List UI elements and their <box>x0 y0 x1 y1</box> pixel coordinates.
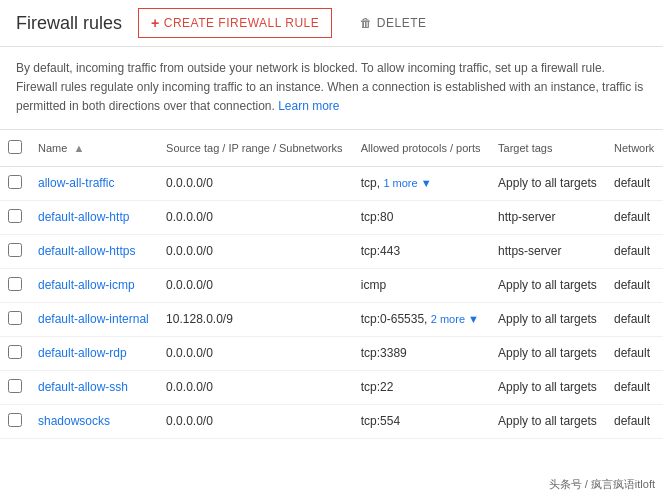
watermark: 头条号 / 疯言疯语itloft <box>549 477 655 492</box>
column-header-targets: Target tags <box>490 130 606 167</box>
row-network: default <box>606 404 663 438</box>
row-source: 0.0.0.0/0 <box>158 234 353 268</box>
row-checkbox[interactable] <box>8 413 22 427</box>
row-source: 0.0.0.0/0 <box>158 336 353 370</box>
row-target-tags: Apply to all targets <box>490 166 606 200</box>
sort-arrow-icon: ▲ <box>73 142 84 154</box>
row-protocols: tcp:443 <box>353 234 490 268</box>
table-row: default-allow-icmp0.0.0.0/0icmpApply to … <box>0 268 663 302</box>
row-target-tags: Apply to all targets <box>490 302 606 336</box>
delete-button-label: DELETE <box>377 16 427 30</box>
column-header-network: Network <box>606 130 663 167</box>
row-checkbox-cell <box>0 336 30 370</box>
learn-more-link[interactable]: Learn more <box>278 99 339 113</box>
row-network: default <box>606 200 663 234</box>
row-target-tags: Apply to all targets <box>490 268 606 302</box>
rule-name-link[interactable]: default-allow-icmp <box>38 278 135 292</box>
row-source: 0.0.0.0/0 <box>158 370 353 404</box>
rule-name-link[interactable]: default-allow-https <box>38 244 135 258</box>
row-name: allow-all-traffic <box>30 166 158 200</box>
row-network: default <box>606 302 663 336</box>
row-checkbox[interactable] <box>8 379 22 393</box>
table-row: shadowsocks0.0.0.0/0tcp:554Apply to all … <box>0 404 663 438</box>
protocols-more-button[interactable]: 2 more ▼ <box>431 313 479 325</box>
row-network: default <box>606 268 663 302</box>
rule-name-link[interactable]: shadowsocks <box>38 414 110 428</box>
create-button-label: CREATE FIREWALL RULE <box>164 16 320 30</box>
row-checkbox[interactable] <box>8 209 22 223</box>
row-checkbox[interactable] <box>8 277 22 291</box>
row-target-tags: https-server <box>490 234 606 268</box>
row-checkbox[interactable] <box>8 243 22 257</box>
rule-name-link[interactable]: default-allow-ssh <box>38 380 128 394</box>
select-all-header[interactable] <box>0 130 30 167</box>
row-name: default-allow-https <box>30 234 158 268</box>
row-protocols: icmp <box>353 268 490 302</box>
row-network: default <box>606 336 663 370</box>
trash-icon: 🗑 <box>360 16 373 30</box>
column-header-name[interactable]: Name ▲ <box>30 130 158 167</box>
row-checkbox-cell <box>0 404 30 438</box>
row-protocols: tcp:22 <box>353 370 490 404</box>
row-target-tags: Apply to all targets <box>490 404 606 438</box>
table-row: default-allow-http0.0.0.0/0tcp:80http-se… <box>0 200 663 234</box>
row-protocols: tcp:80 <box>353 200 490 234</box>
table-row: default-allow-internal10.128.0.0/9tcp:0-… <box>0 302 663 336</box>
row-checkbox-cell <box>0 234 30 268</box>
create-firewall-rule-button[interactable]: + CREATE FIREWALL RULE <box>138 8 332 38</box>
row-target-tags: Apply to all targets <box>490 336 606 370</box>
table-header-row: Name ▲ Source tag / IP range / Subnetwor… <box>0 130 663 167</box>
row-checkbox-cell <box>0 370 30 404</box>
row-protocols: tcp, 1 more ▼ <box>353 166 490 200</box>
rule-name-link[interactable]: default-allow-internal <box>38 312 149 326</box>
row-source: 0.0.0.0/0 <box>158 200 353 234</box>
firewall-rules-table: Name ▲ Source tag / IP range / Subnetwor… <box>0 130 663 439</box>
table-row: default-allow-ssh0.0.0.0/0tcp:22Apply to… <box>0 370 663 404</box>
row-checkbox[interactable] <box>8 311 22 325</box>
info-section: By default, incoming traffic from outsid… <box>0 47 663 130</box>
row-name: shadowsocks <box>30 404 158 438</box>
page-header: Firewall rules + CREATE FIREWALL RULE 🗑 … <box>0 0 663 47</box>
column-header-source: Source tag / IP range / Subnetworks <box>158 130 353 167</box>
rule-name-link[interactable]: default-allow-http <box>38 210 129 224</box>
rule-name-link[interactable]: default-allow-rdp <box>38 346 127 360</box>
row-name: default-allow-internal <box>30 302 158 336</box>
plus-icon: + <box>151 15 160 31</box>
page-title: Firewall rules <box>16 13 122 34</box>
row-name: default-allow-icmp <box>30 268 158 302</box>
table-row: default-allow-https0.0.0.0/0tcp:443https… <box>0 234 663 268</box>
rule-name-link[interactable]: allow-all-traffic <box>38 176 114 190</box>
row-network: default <box>606 234 663 268</box>
row-checkbox-cell <box>0 200 30 234</box>
row-source: 0.0.0.0/0 <box>158 404 353 438</box>
row-checkbox[interactable] <box>8 175 22 189</box>
delete-button[interactable]: 🗑 DELETE <box>348 10 438 36</box>
row-checkbox-cell <box>0 166 30 200</box>
row-protocols: tcp:554 <box>353 404 490 438</box>
table-row: default-allow-rdp0.0.0.0/0tcp:3389Apply … <box>0 336 663 370</box>
row-target-tags: Apply to all targets <box>490 370 606 404</box>
row-name: default-allow-http <box>30 200 158 234</box>
row-target-tags: http-server <box>490 200 606 234</box>
row-source: 0.0.0.0/0 <box>158 166 353 200</box>
row-protocols: tcp:0-65535, 2 more ▼ <box>353 302 490 336</box>
row-name: default-allow-rdp <box>30 336 158 370</box>
row-checkbox[interactable] <box>8 345 22 359</box>
row-checkbox-cell <box>0 302 30 336</box>
column-header-protocols: Allowed protocols / ports <box>353 130 490 167</box>
row-network: default <box>606 370 663 404</box>
table-row: allow-all-traffic0.0.0.0/0tcp, 1 more ▼A… <box>0 166 663 200</box>
row-checkbox-cell <box>0 268 30 302</box>
row-protocols: tcp:3389 <box>353 336 490 370</box>
row-source: 0.0.0.0/0 <box>158 268 353 302</box>
row-network: default <box>606 166 663 200</box>
protocols-more-button[interactable]: 1 more ▼ <box>383 177 431 189</box>
row-source: 10.128.0.0/9 <box>158 302 353 336</box>
select-all-checkbox[interactable] <box>8 140 22 154</box>
row-name: default-allow-ssh <box>30 370 158 404</box>
